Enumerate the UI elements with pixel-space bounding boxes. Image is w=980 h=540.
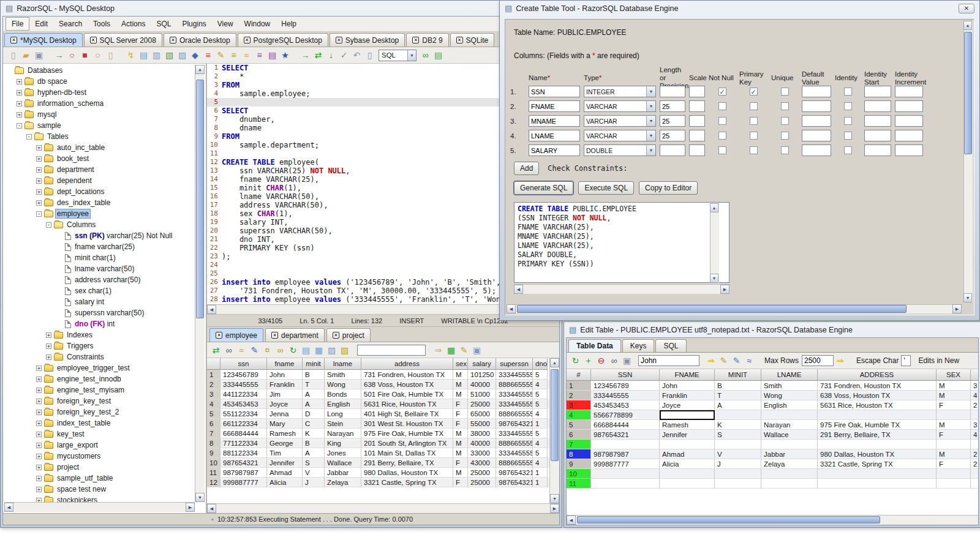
column-header-fname[interactable]: fname <box>267 358 303 370</box>
tree-horizontal-scrollbar[interactable]: ◀ ▶ <box>4 502 195 512</box>
expand-icon[interactable]: + <box>36 487 42 492</box>
cell[interactable]: 25000 <box>468 468 496 478</box>
cell[interactable]: Ahmad <box>267 468 303 478</box>
search-input[interactable] <box>638 355 699 366</box>
cell[interactable]: English <box>761 400 818 410</box>
expand-icon[interactable]: + <box>36 476 42 481</box>
cell[interactable]: 888665555 <box>496 380 533 389</box>
length-input[interactable] <box>660 86 685 97</box>
close-tab-icon[interactable]: ✕ <box>10 37 17 43</box>
cell[interactable]: 2 <box>971 459 978 469</box>
edit-tab-keys[interactable]: Keys <box>622 339 655 352</box>
cell[interactable]: 731 Fondren, Houston TX <box>818 381 937 391</box>
cell[interactable] <box>591 479 660 489</box>
tree-item-triggers[interactable]: +Triggers <box>4 340 195 351</box>
default-value-input[interactable] <box>802 130 831 141</box>
save-edits-icon[interactable]: ▣ <box>620 354 633 367</box>
expand-icon[interactable]: + <box>17 101 22 107</box>
expand-icon[interactable]: + <box>17 90 22 96</box>
cell[interactable]: John <box>267 370 303 380</box>
form-view-icon[interactable]: ▦ <box>312 344 325 356</box>
cell[interactable]: Tim <box>267 448 303 458</box>
cell[interactable]: T <box>303 380 325 389</box>
primary-key-checkbox[interactable]: ✓ <box>750 88 758 96</box>
cell[interactable]: George <box>267 438 303 448</box>
collapse-icon[interactable]: - <box>46 222 51 228</box>
cell[interactable]: F <box>453 409 468 419</box>
cell[interactable]: 638 Voss, Houston TX <box>818 391 937 400</box>
go-icon[interactable]: ⇒ <box>432 344 445 356</box>
scale-input[interactable] <box>689 86 705 97</box>
length-input[interactable] <box>660 144 685 156</box>
scroll-down-button[interactable]: ▼ <box>710 274 718 283</box>
fetch-icon[interactable]: ↓ <box>325 49 337 61</box>
column-header-item[interactable]: # <box>567 369 591 381</box>
cell[interactable]: 987654321 <box>591 430 660 440</box>
expand-icon[interactable]: + <box>36 377 42 382</box>
row-number[interactable]: 7 <box>207 429 221 438</box>
cell[interactable]: 401 High St, Bellaire TX <box>361 409 453 419</box>
scroll-right-button[interactable]: ▶ <box>550 504 559 513</box>
cell[interactable] <box>971 479 978 489</box>
tree-item-dependent[interactable]: +dependent <box>4 175 195 186</box>
row-number[interactable]: 2 <box>567 391 591 400</box>
cell[interactable]: 5 <box>533 399 548 409</box>
cell[interactable]: Narayan <box>325 429 361 438</box>
cell[interactable]: 551122334 <box>221 409 267 419</box>
close-button[interactable]: ✕ <box>959 4 974 13</box>
cell[interactable]: F <box>453 419 468 429</box>
column-header-ssn[interactable]: ssn <box>221 358 267 370</box>
tree-item-columns[interactable]: -Columns <box>4 219 195 230</box>
expand-icon[interactable]: + <box>36 178 42 184</box>
cell[interactable]: B <box>715 381 761 391</box>
cell[interactable]: M <box>453 429 468 438</box>
scale-input[interactable] <box>689 144 705 156</box>
validate-icon[interactable]: ✓ <box>337 49 350 61</box>
column-header-minit[interactable]: MINIT <box>715 369 761 381</box>
close-tab-icon[interactable]: ✕ <box>336 37 342 43</box>
scroll-down-button[interactable]: ▼ <box>963 293 972 302</box>
edit-tab-table-data[interactable]: Table Data <box>568 339 621 352</box>
close-tab-icon[interactable]: ✕ <box>333 332 339 339</box>
cell[interactable]: 999887777 <box>591 459 660 469</box>
copy-to-editor-button[interactable]: Copy to Editor <box>639 181 698 195</box>
scroll-left-button[interactable]: ◀ <box>507 304 516 313</box>
create-scroll-thumb[interactable] <box>964 32 972 154</box>
cell[interactable]: 888665555 <box>496 458 533 468</box>
cell[interactable]: J <box>715 459 761 469</box>
cell[interactable]: 2 <box>971 449 978 459</box>
connection-tab-sybase-desktop[interactable]: ✕Sybase Desktop <box>330 33 405 47</box>
cell[interactable] <box>818 440 937 449</box>
cell[interactable]: 5631 Rice, Houston TX <box>818 400 937 410</box>
not-null-checkbox[interactable] <box>718 117 726 125</box>
cell[interactable] <box>715 410 761 420</box>
scroll-up-button[interactable]: ▲ <box>710 203 718 212</box>
unique-checkbox[interactable] <box>781 117 789 125</box>
scroll-left-button[interactable]: ◀ <box>514 285 523 294</box>
identity-increment-input[interactable] <box>895 115 923 127</box>
insert-row-icon[interactable]: ▦ <box>445 344 458 356</box>
expand-icon[interactable]: + <box>36 432 42 437</box>
cell[interactable]: Joyce <box>660 400 715 410</box>
results-tab-project[interactable]: ✕project <box>326 328 371 342</box>
connection-tab-sqlite[interactable]: ✕SQLite <box>450 33 495 47</box>
cell[interactable]: 987987987 <box>221 468 267 478</box>
expand-icon[interactable]: + <box>36 410 42 415</box>
refresh-icon[interactable]: ⇄ <box>209 344 222 356</box>
cell[interactable]: 975 Fire Oak, Humble TX <box>361 429 453 438</box>
expand-icon[interactable]: + <box>36 156 42 162</box>
cell[interactable]: 3 <box>971 420 978 430</box>
tree-item-hyphen-db-test[interactable]: +hyphen-db-test <box>4 87 195 98</box>
menu-view[interactable]: View <box>212 18 239 30</box>
cell[interactable]: Jennifer <box>267 458 303 468</box>
tree-item-dept-locations[interactable]: +dept_locations <box>4 186 195 197</box>
find-in-file-icon[interactable]: ▥ <box>150 49 163 61</box>
row-number[interactable]: 3 <box>567 400 591 410</box>
results-scroll-thumb[interactable] <box>551 369 559 461</box>
identity-increment-input[interactable] <box>895 144 923 156</box>
cell[interactable]: M <box>453 389 468 399</box>
cell[interactable]: Jabbar <box>761 449 818 459</box>
checklist-icon[interactable]: ▤ <box>137 49 150 61</box>
scale-input[interactable] <box>689 130 705 141</box>
escape-char-input[interactable] <box>901 355 911 366</box>
